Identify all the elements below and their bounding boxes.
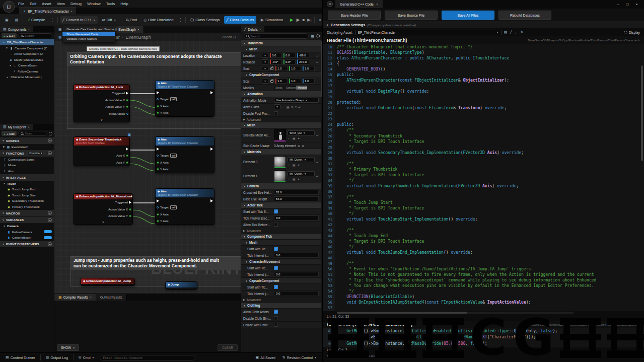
- vertical-scrollbar[interactable]: [641, 65, 643, 161]
- browse-button[interactable]: ▤: [13, 17, 21, 24]
- asset-dropdown[interactable]: SKM_Qui▼: [288, 130, 315, 135]
- asset-thumbnail[interactable]: [274, 129, 286, 141]
- blueprint-item[interactable]: ▮FollowCamera: [0, 229, 54, 235]
- section-graphs[interactable]: ▼GRAPHS+: [0, 137, 54, 144]
- data-pin-green[interactable]: [157, 213, 159, 215]
- reset-icon[interactable]: ↵: [316, 174, 319, 178]
- menu-item-edit[interactable]: Edit: [30, 2, 36, 6]
- axis-dropdown[interactable]: ▼: [262, 53, 268, 58]
- axis-dropdown[interactable]: ▼: [262, 59, 268, 64]
- exec-pin[interactable]: [157, 91, 159, 94]
- minimize-icon[interactable]: –: [617, 2, 619, 7]
- gear-icon[interactable]: [316, 34, 320, 38]
- data-wire[interactable]: [129, 100, 158, 108]
- use-selected-icon[interactable]: ←: [288, 136, 291, 140]
- data-wire[interactable]: [132, 216, 158, 224]
- section-interfaces[interactable]: ▼INTERFACES: [0, 174, 54, 181]
- pin-value-self[interactable]: self: [170, 97, 177, 101]
- display-settings-button[interactable]: Display: [624, 31, 640, 34]
- section-functions[interactable]: ▼FUNCTIONSOverride ▾+: [0, 150, 54, 157]
- tab-bp-thirdpersoncharacter[interactable]: ● BP_ThirdPersonCharacter ×: [19, 8, 76, 14]
- use-selected-icon[interactable]: ←: [288, 163, 291, 167]
- console-command-input[interactable]: [100, 355, 195, 360]
- details-section-component-tick[interactable]: ▼Component Tick: [241, 234, 321, 240]
- checkbox[interactable]: [274, 111, 278, 115]
- source-code-editor[interactable]: 42 GetMesh()->BodyInstance.SetCollisionE…: [323, 328, 644, 347]
- data-pin-green[interactable]: [126, 161, 128, 164]
- menu-item-debug[interactable]: Debug: [70, 2, 82, 6]
- vector-y-input[interactable]: 1.0: [289, 79, 301, 84]
- asset-dropdown[interactable]: MI_Quinn,▼: [288, 157, 315, 162]
- save-all-files-button[interactable]: Save All Files: [442, 11, 494, 20]
- exec-pin[interactable]: [210, 91, 213, 94]
- browse-icon[interactable]: ▤: [293, 177, 296, 181]
- menu-item-asset[interactable]: Asset: [42, 2, 51, 6]
- details-section-actor-tick[interactable]: ▼Actor Tick: [241, 202, 321, 208]
- gear-icon[interactable]: [49, 132, 52, 135]
- vector-y-input[interactable]: 0.0°: [283, 59, 296, 64]
- show-dropdown-button[interactable]: SHOW▼: [57, 344, 79, 351]
- simulation-button[interactable]: ▶Simulation: [259, 16, 285, 24]
- details-section-camera[interactable]: ▼Camera: [241, 183, 321, 189]
- save-source-file-button[interactable]: Save Source File: [385, 11, 438, 20]
- details-section-capsulecomponent[interactable]: ▼CapsuleComponent: [241, 278, 321, 284]
- number-input[interactable]: 0.0: [274, 291, 319, 296]
- anim-class-dropdown[interactable]: ▼: [274, 104, 280, 109]
- close-icon[interactable]: ×: [635, 2, 638, 7]
- checkbox[interactable]: [274, 316, 278, 320]
- close-icon[interactable]: ×: [376, 3, 378, 6]
- data-pin-green[interactable]: [129, 215, 131, 218]
- add-icon[interactable]: +: [48, 211, 52, 215]
- details-section-clothing[interactable]: ▼Clothing: [241, 303, 321, 309]
- reset-icon[interactable]: ↵: [316, 54, 319, 57]
- find-button[interactable]: Find: [124, 16, 139, 24]
- add-icon[interactable]: +: [48, 242, 52, 246]
- number-input[interactable]: 0.0: [274, 272, 319, 277]
- reset-icon[interactable]: ↵: [316, 160, 319, 164]
- blueprint-item[interactable]: ◆Secondary Thumbstick: [0, 198, 54, 204]
- data-wire[interactable]: [132, 210, 158, 217]
- axis-dropdown[interactable]: ▼: [262, 66, 268, 71]
- data-pin-green[interactable]: [126, 155, 128, 157]
- blueprint-item[interactable]: ▶▦EventGraph: [0, 144, 54, 150]
- node-jump[interactable]: ◆Jump: [165, 281, 197, 289]
- blueprint-item[interactable]: ◆Primary Thumbstick: [0, 204, 54, 210]
- number-input[interactable]: 0.0: [274, 253, 319, 258]
- reset-icon[interactable]: ↵: [316, 60, 319, 64]
- segment-static[interactable]: Static: [274, 86, 284, 90]
- frame-skip-button[interactable]: |▶: [296, 18, 300, 22]
- generation-settings-row[interactable]: ▶ Generation Settings (Changes update co…: [323, 21, 644, 28]
- asset-thumbnail[interactable]: [274, 156, 286, 168]
- menu-item[interactable]: Generate C++ Header and Source: [62, 27, 115, 32]
- section-event-dispatchers[interactable]: ▼EVENT DISPATCHERS+: [0, 241, 54, 248]
- component-tree-item[interactable]: ▼∟CameraBoom: [0, 62, 54, 68]
- variable-type-pill[interactable]: [44, 230, 52, 233]
- back-icon[interactable]: ←: [515, 31, 518, 34]
- pin-value-self[interactable]: self: [170, 205, 177, 209]
- vector-z-input[interactable]: 270.0: [297, 59, 309, 64]
- data-pin-green[interactable]: [126, 106, 128, 108]
- details-section-mesh[interactable]: ▼Mesh: [241, 240, 321, 246]
- compile-button[interactable]: √Compile: [26, 16, 47, 24]
- delete-icon[interactable]: ⊗: [302, 144, 304, 148]
- vector-z-input[interactable]: -89.0: [297, 53, 309, 58]
- number-input[interactable]: 64.0: [274, 196, 319, 201]
- data-wire[interactable]: [129, 164, 158, 171]
- add-element-icon[interactable]: ⊕: [298, 144, 300, 148]
- refresh-icon[interactable]: ↻: [521, 30, 524, 34]
- play-button[interactable]: ▶: [290, 18, 293, 22]
- exec-pin[interactable]: [126, 148, 128, 151]
- my-blueprint-search-input[interactable]: Searc: [18, 131, 47, 136]
- generated-cpp-tab[interactable]: Generated C++ Code×: [335, 0, 383, 8]
- data-pin-green[interactable]: [157, 168, 159, 171]
- vector-z-input[interactable]: 1.0: [303, 66, 315, 71]
- add-icon[interactable]: +: [48, 151, 52, 155]
- breadcrumb-graph[interactable]: EventGraph: [125, 34, 151, 40]
- segment-stationary[interactable]: Stationary: [284, 86, 296, 90]
- browse-to-asset-icon[interactable]: ▤: [504, 30, 508, 34]
- details-section-transform[interactable]: ▼Transform: [241, 40, 321, 46]
- details-section-capsulecomponent[interactable]: ▼CapsuleComponent: [241, 72, 321, 78]
- node-aim[interactable]: ◆AimTarget is BP Third Person CharacterT…: [155, 188, 214, 225]
- exec-pin[interactable]: [126, 92, 128, 95]
- reset-icon[interactable]: ↵: [298, 105, 301, 109]
